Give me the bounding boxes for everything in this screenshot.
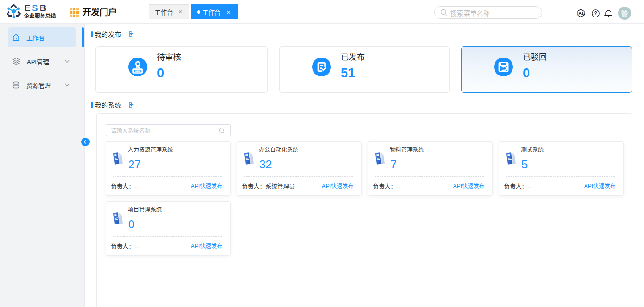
svg-text:?: ? xyxy=(594,11,597,16)
svg-text:AI: AI xyxy=(579,11,583,16)
